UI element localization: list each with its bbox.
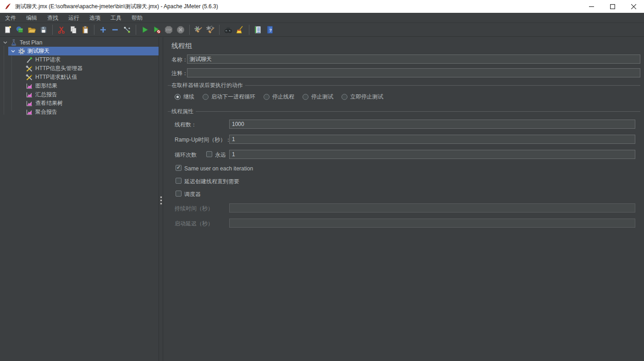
radio-label: 启动下一进程循环 (211, 93, 255, 101)
same-user-checkbox[interactable] (176, 165, 182, 171)
toggle-button[interactable] (121, 24, 133, 36)
copy-button[interactable] (67, 24, 79, 36)
search-reset-button[interactable] (234, 24, 246, 36)
duration-label: 持续时间（秒） (175, 205, 213, 212)
help-button[interactable]: ? (264, 24, 276, 36)
tree-node-label: 查看结果树 (35, 99, 63, 107)
tree-node-aggregate-report[interactable]: 聚合报告 (0, 108, 159, 116)
minimize-icon (589, 4, 594, 9)
paste-clipboard-icon (81, 25, 90, 34)
tree-node-http-header-manager[interactable]: HTTP信息头管理器 (0, 64, 159, 73)
toolbar-separator (94, 25, 94, 35)
panel-splitter[interactable] (159, 37, 163, 361)
listener-chart-icon (26, 91, 33, 98)
thread-properties-group-title: 线程属性 (171, 108, 196, 115)
duration-input (229, 203, 635, 213)
splitter-grip-icon[interactable] (160, 196, 162, 205)
save-icon (39, 25, 48, 34)
menu-edit[interactable]: 编辑 (21, 13, 42, 23)
name-input[interactable] (187, 55, 640, 64)
close-button[interactable] (623, 0, 644, 13)
stop-icon: STOP (164, 25, 173, 34)
menu-search[interactable]: 查找 (42, 13, 63, 23)
radio-label: 继续 (183, 93, 194, 101)
menu-run[interactable]: 运行 (63, 13, 84, 23)
cut-button[interactable] (55, 24, 67, 36)
start-no-timers-button[interactable] (151, 24, 163, 36)
toolbar-separator (136, 25, 136, 35)
paste-button[interactable] (79, 24, 91, 36)
clear-button[interactable] (193, 24, 204, 36)
menu-file[interactable]: 文件 (0, 13, 21, 23)
tree-node-http-request[interactable]: HTTP请求 (0, 55, 159, 64)
radio-icon (203, 94, 209, 100)
listener-chart-icon (26, 109, 33, 116)
threads-label: 线程数： (175, 121, 197, 128)
tree-node-graph-results[interactable]: 图形结果 (0, 82, 159, 90)
radio-icon (264, 94, 270, 100)
chevron-down-icon[interactable] (10, 48, 16, 55)
same-user-label: Same user on each iteration (184, 165, 253, 172)
new-file-icon (3, 25, 12, 34)
loops-input[interactable] (229, 150, 635, 159)
menu-help[interactable]: 帮助 (127, 13, 148, 23)
scheduler-label: 调度器 (184, 191, 201, 198)
expand-all-button[interactable] (97, 24, 109, 36)
menu-options[interactable]: 选项 (84, 13, 105, 23)
save-button[interactable] (38, 24, 50, 36)
search-button[interactable] (222, 24, 234, 36)
radio-icon (341, 94, 347, 100)
rampup-input[interactable] (229, 135, 635, 144)
close-icon (631, 4, 636, 9)
threads-input[interactable] (229, 120, 635, 129)
window-titlebar: 测试聊天.jmx (E:\software\apache-jmeter\bin\… (0, 0, 644, 13)
toggle-icon (122, 25, 132, 34)
start-button[interactable] (139, 24, 151, 36)
tree-node-test-plan[interactable]: Test Plan (0, 38, 159, 47)
tree-node-label: HTTP请求 (35, 56, 61, 64)
tree-node-thread-group[interactable]: 测试聊天 (0, 47, 159, 55)
tree-node-view-results-tree[interactable]: 查看结果树 (0, 99, 159, 108)
collapse-all-button[interactable] (109, 24, 121, 36)
radio-continue[interactable]: 继续 (175, 93, 194, 101)
toolbar: STOP (0, 23, 644, 37)
comment-input[interactable] (187, 68, 640, 77)
toolbar-separator (189, 25, 190, 35)
maximize-button[interactable] (602, 0, 623, 13)
tree-node-label: HTTP请求默认值 (35, 73, 77, 81)
listener-chart-icon (26, 100, 33, 107)
radio-stop-test[interactable]: 停止测试 (303, 93, 333, 101)
open-file-button[interactable] (26, 24, 38, 36)
search-reset-broom-icon (236, 25, 245, 34)
error-action-group-title: 在取样器错误后要执行的动作 (171, 82, 245, 88)
rampup-label: Ramp-Up时间（秒）： (175, 137, 231, 143)
radio-stop-thread[interactable]: 停止线程 (264, 93, 294, 101)
clear-all-button[interactable] (204, 24, 216, 36)
jmeter-logo-icon (4, 3, 11, 10)
function-helper-button[interactable] (252, 24, 264, 36)
menu-tools[interactable]: 工具 (105, 13, 127, 23)
chevron-down-icon[interactable] (2, 39, 8, 46)
templates-icon (15, 25, 24, 34)
scheduler-checkbox[interactable] (176, 191, 182, 197)
delay-thread-creation-checkbox[interactable] (176, 178, 182, 184)
forever-label: 永远 (215, 152, 226, 159)
forever-checkbox[interactable] (206, 151, 212, 157)
radio-stop-test-now[interactable]: 立即停止测试 (341, 93, 383, 101)
tree-node-http-request-defaults[interactable]: HTTP请求默认值 (0, 73, 159, 82)
minimize-button[interactable] (581, 0, 602, 13)
clear-all-icon (206, 25, 215, 34)
tree-node-summary-report[interactable]: 汇总报告 (0, 90, 159, 99)
thread-group-gear-icon (18, 48, 25, 55)
group-border-line (168, 111, 640, 112)
new-file-button[interactable] (2, 24, 14, 36)
templates-button[interactable] (14, 24, 26, 36)
stop-button: STOP (163, 24, 175, 36)
loops-label: 循环次数 (175, 152, 197, 159)
tree-node-label: 图形结果 (35, 82, 57, 90)
error-action-group: 在取样器错误后要执行的动作 (168, 82, 640, 88)
startup-delay-input (229, 219, 635, 228)
start-play-icon (140, 25, 149, 34)
open-folder-icon (27, 25, 36, 34)
radio-start-next-loop[interactable]: 启动下一进程循环 (203, 93, 255, 101)
